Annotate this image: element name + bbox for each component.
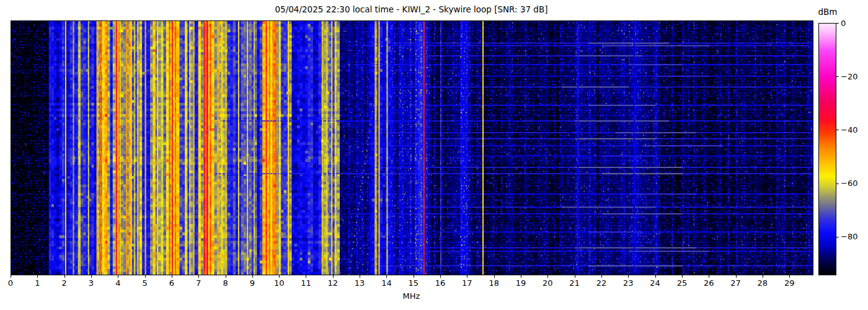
x-tick-label: 18 xyxy=(483,278,505,288)
x-tick-label: 12 xyxy=(322,278,344,288)
x-tick-mark xyxy=(521,275,521,278)
x-tick-mark xyxy=(360,275,360,278)
x-tick-label: 22 xyxy=(590,278,613,288)
colorbar-tick-mark xyxy=(836,23,839,24)
x-tick-mark xyxy=(628,275,629,278)
x-tick-mark xyxy=(386,275,387,278)
colorbar-unit-label: dBm xyxy=(808,7,847,17)
x-tick-mark xyxy=(226,275,226,278)
x-tick-label: 23 xyxy=(617,278,639,288)
x-tick-mark xyxy=(709,275,709,278)
x-tick-mark xyxy=(601,275,602,278)
x-tick-label: 25 xyxy=(671,278,693,288)
x-tick-mark xyxy=(736,275,737,278)
plot-title: 05/04/2025 22:30 local time - KIWI_2 - S… xyxy=(11,4,812,14)
x-axis-label: MHz xyxy=(11,291,812,301)
x-tick-label: 13 xyxy=(348,278,371,288)
x-tick-label: 15 xyxy=(402,278,425,288)
colorbar xyxy=(818,23,836,275)
x-tick-label: 4 xyxy=(107,278,129,288)
x-tick-mark xyxy=(118,275,118,278)
colorbar-tick-mark xyxy=(836,76,839,77)
x-tick-label: 1 xyxy=(26,278,48,288)
x-tick-mark xyxy=(198,275,199,278)
x-tick-label: 6 xyxy=(161,278,183,288)
colorbar-tick-mark xyxy=(836,237,839,237)
colorbar-tick-mark xyxy=(836,184,839,184)
x-tick-mark xyxy=(145,275,146,278)
colorbar-gradient xyxy=(819,24,836,275)
x-tick-label: 19 xyxy=(510,278,532,288)
x-tick-label: 17 xyxy=(456,278,478,288)
x-tick-label: 9 xyxy=(241,278,264,288)
x-tick-label: 0 xyxy=(0,278,22,288)
x-tick-mark xyxy=(682,275,683,278)
x-tick-mark xyxy=(467,275,467,278)
x-tick-mark xyxy=(440,275,441,278)
x-tick-label: 24 xyxy=(644,278,666,288)
x-tick-label: 28 xyxy=(751,278,774,288)
x-tick-mark xyxy=(91,275,92,278)
spectrogram-heatmap xyxy=(11,21,813,275)
x-tick-label: 20 xyxy=(536,278,559,288)
x-tick-mark xyxy=(37,275,38,278)
x-tick-mark xyxy=(252,275,253,278)
x-tick-mark xyxy=(575,275,575,278)
colorbar-tick-mark xyxy=(836,130,839,130)
x-tick-mark xyxy=(789,275,790,278)
x-tick-label: 21 xyxy=(564,278,586,288)
colorbar-tick-label: −60 xyxy=(841,179,857,188)
x-tick-mark xyxy=(655,275,656,278)
colorbar-tick-label: 0 xyxy=(841,19,846,28)
spectrogram-figure: 05/04/2025 22:30 local time - KIWI_2 - S… xyxy=(0,0,868,310)
x-tick-mark xyxy=(763,275,763,278)
x-tick-mark xyxy=(414,275,414,278)
x-tick-mark xyxy=(333,275,334,278)
x-tick-mark xyxy=(547,275,548,278)
x-tick-label: 11 xyxy=(294,278,317,288)
x-tick-label: 7 xyxy=(187,278,210,288)
x-tick-mark xyxy=(64,275,65,278)
x-tick-mark xyxy=(279,275,280,278)
x-tick-mark xyxy=(306,275,306,278)
x-tick-mark xyxy=(494,275,495,278)
colorbar-tick-label: −20 xyxy=(841,72,857,81)
x-tick-label: 26 xyxy=(698,278,720,288)
x-tick-label: 10 xyxy=(268,278,290,288)
x-tick-label: 29 xyxy=(778,278,800,288)
x-tick-label: 3 xyxy=(80,278,102,288)
x-tick-label: 27 xyxy=(725,278,747,288)
x-tick-mark xyxy=(172,275,172,278)
colorbar-tick-label: −80 xyxy=(841,232,857,241)
colorbar-tick-label: −40 xyxy=(841,125,857,135)
x-tick-label: 16 xyxy=(429,278,451,288)
x-tick-label: 8 xyxy=(215,278,237,288)
x-tick-mark xyxy=(11,275,11,278)
plot-area xyxy=(11,20,813,275)
x-tick-label: 2 xyxy=(53,278,76,288)
x-tick-label: 14 xyxy=(375,278,397,288)
x-tick-label: 5 xyxy=(134,278,156,288)
